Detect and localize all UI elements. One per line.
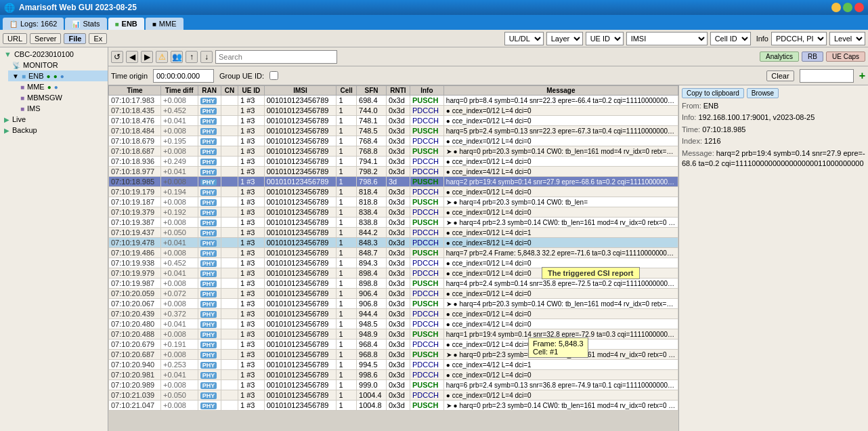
table-row[interactable]: 07:10:19.187 +0.008 PHY 1 #3 00101012345… bbox=[109, 197, 678, 207]
frame-tooltip-cell: Cell: #1 bbox=[533, 348, 584, 356]
table-row[interactable]: 07:10:19.179 +0.194 PHY 1 #3 00101012345… bbox=[109, 187, 678, 197]
cell-message: ● cce_index=0/12 L=4 dci=0 bbox=[443, 258, 678, 268]
rb-button[interactable]: RB bbox=[802, 52, 823, 62]
cell-ueid: 1 #3 bbox=[238, 106, 265, 116]
ueid-select[interactable]: UE ID bbox=[586, 32, 624, 45]
time-origin-input[interactable] bbox=[153, 69, 214, 83]
layer-select[interactable]: Layer bbox=[546, 32, 583, 45]
toolbar-icon-up[interactable]: ↑ bbox=[186, 51, 198, 63]
maximize-icon[interactable] bbox=[843, 3, 852, 12]
frame-tooltip-frame: Frame: 5,848.3 bbox=[533, 340, 584, 348]
server-button[interactable]: Server bbox=[30, 33, 61, 44]
cell-diff: +0.249 bbox=[161, 157, 198, 167]
cell-rnti: 0x3d bbox=[386, 136, 410, 146]
search-input[interactable] bbox=[215, 50, 337, 64]
table-row[interactable]: 07:10:19.478 +0.041 PHY 1 #3 00101012345… bbox=[109, 238, 678, 248]
table-row[interactable]: 07:10:21.039 +0.050 PHY 1 #3 00101012345… bbox=[109, 390, 678, 401]
table-row[interactable]: 07:10:20.480 +0.041 PHY 1 #3 00101012345… bbox=[109, 319, 678, 329]
sidebar-item-live[interactable]: ▶ Live bbox=[0, 114, 108, 125]
toolbar-icon-people[interactable]: 👥 bbox=[171, 51, 183, 63]
table-row[interactable]: 07:10:18.435 +0.452 PHY 1 #3 00101012345… bbox=[109, 106, 678, 116]
pdcch-select[interactable]: PDCCH, PI bbox=[771, 32, 827, 45]
cell-imsi: 001010123456789 bbox=[264, 268, 337, 279]
table-row[interactable]: 07:10:20.940 +0.253 PHY 1 #3 00101012345… bbox=[109, 360, 678, 370]
rp-time-value: 07:10:18.985 bbox=[702, 125, 745, 134]
cell-rnti: 0x3d bbox=[386, 360, 410, 370]
table-row[interactable]: 07:10:18.936 +0.249 PHY 1 #3 00101012345… bbox=[109, 157, 678, 167]
file-button[interactable]: File bbox=[64, 33, 86, 44]
cell-sfn: 948.5 bbox=[357, 319, 387, 329]
cell-info: PDCCH bbox=[410, 390, 443, 401]
cell-diff: +0.191 bbox=[161, 340, 198, 350]
table-row[interactable]: 07:10:19.938 +0.452 PHY 1 #3 00101012345… bbox=[109, 258, 678, 268]
clear-filter-input[interactable] bbox=[800, 69, 854, 83]
browse-button[interactable]: Browse bbox=[747, 88, 779, 98]
table-row[interactable]: 07:10:20.059 +0.072 PHY 1 #3 00101012345… bbox=[109, 289, 678, 299]
backup-icon: ▶ bbox=[4, 127, 9, 134]
table-row[interactable]: 07:10:17.983 +0.008 PHY 1 #3 00101012345… bbox=[109, 96, 678, 106]
toolbar-icon-warning[interactable]: ⚠ bbox=[156, 51, 168, 63]
table-row[interactable]: 07:10:19.379 +0.192 PHY 1 #3 00101012345… bbox=[109, 207, 678, 218]
table-row[interactable]: 07:10:19.486 +0.008 PHY 1 #3 00101012345… bbox=[109, 248, 678, 258]
toolbar-icon-back[interactable]: ◀ bbox=[126, 51, 138, 63]
sidebar-item-ims[interactable]: ■ IMS bbox=[16, 103, 108, 114]
table-row[interactable]: 07:10:18.484 +0.008 PHY 1 #3 00101012345… bbox=[109, 126, 678, 136]
table-row[interactable]: 07:10:19.987 +0.008 PHY 1 #3 00101012345… bbox=[109, 279, 678, 289]
toolbar-icon-refresh[interactable]: ↺ bbox=[111, 51, 123, 63]
table-row[interactable]: 07:10:20.981 +0.041 PHY 1 #3 00101012345… bbox=[109, 370, 678, 380]
sidebar-item-enb[interactable]: ▼ ■ ENB ● ● ● bbox=[8, 70, 108, 81]
uldl-select[interactable]: UL/DLULDL bbox=[504, 32, 544, 45]
tab-stats[interactable]: 📊 Stats bbox=[65, 18, 106, 30]
cell-diff: +0.041 bbox=[161, 319, 198, 329]
table-row[interactable]: 07:10:18.687 +0.008 PHY 1 #3 00101012345… bbox=[109, 146, 678, 157]
table-row[interactable]: 07:10:18.977 +0.041 PHY 1 #3 00101012345… bbox=[109, 167, 678, 177]
cell-info: PDCCH bbox=[410, 268, 443, 279]
table-row[interactable]: 07:10:19.437 +0.050 PHY 1 #3 00101012345… bbox=[109, 228, 678, 238]
cell-imsi: 001010123456789 bbox=[264, 207, 337, 218]
cell-diff: +0.008 bbox=[161, 248, 198, 258]
table-row[interactable]: 07:10:18.985 +0.008 PHY 1 #3 00101012345… bbox=[109, 177, 678, 187]
copy-clipboard-button[interactable]: Copy to clipboard bbox=[682, 88, 744, 98]
toolbar-icon-forward[interactable]: ▶ bbox=[141, 51, 153, 63]
table-row[interactable]: 07:10:19.387 +0.008 PHY 1 #3 00101012345… bbox=[109, 218, 678, 228]
cell-diff: +0.008 bbox=[161, 401, 198, 411]
cell-cell: 1 bbox=[337, 136, 357, 146]
level-select[interactable]: Level bbox=[829, 32, 865, 45]
table-row[interactable]: 07:10:20.687 +0.008 PHY 1 #3 00101012345… bbox=[109, 350, 678, 360]
minimize-icon[interactable] bbox=[831, 3, 841, 12]
sidebar-item-monitor[interactable]: 📡 MONITOR bbox=[8, 60, 108, 70]
sidebar-item-cbc[interactable]: ▼ CBC-2023010100 bbox=[0, 49, 108, 60]
clear-button[interactable]: Clear bbox=[766, 70, 794, 81]
cell-imsi: 001010123456789 bbox=[264, 401, 337, 411]
sidebar-item-backup[interactable]: ▶ Backup bbox=[0, 125, 108, 136]
table-row[interactable]: 07:10:19.979 +0.041 PHY 1 #3 00101012345… bbox=[109, 268, 678, 279]
table-row[interactable]: 07:10:20.439 +0.372 PHY 1 #3 00101012345… bbox=[109, 309, 678, 319]
log-table-container[interactable]: Time Time diff RAN CN UE ID IMSI Cell SF… bbox=[108, 85, 678, 431]
sidebar-item-mme[interactable]: ■ MME ● ● bbox=[16, 81, 108, 92]
table-row[interactable]: 07:10:20.989 +0.008 PHY 1 #3 00101012345… bbox=[109, 380, 678, 390]
sidebar-item-mbmsgw[interactable]: ■ MBMSGW bbox=[16, 92, 108, 103]
url-button[interactable]: URL bbox=[3, 33, 27, 44]
tab-enb[interactable]: ■ ENB bbox=[108, 18, 144, 30]
cell-time: 07:10:20.059 bbox=[109, 289, 161, 299]
cell-rnti: 0x3d bbox=[386, 289, 410, 299]
table-row[interactable]: 07:10:21.047 +0.008 PHY 1 #3 00101012345… bbox=[109, 401, 678, 411]
tab-mme[interactable]: ■ MME bbox=[146, 18, 183, 30]
close-icon[interactable] bbox=[854, 3, 864, 12]
cell-rnti: 0x3d bbox=[386, 380, 410, 390]
group-ue-checkbox[interactable] bbox=[269, 71, 278, 80]
toolbar-icon-down[interactable]: ↓ bbox=[200, 51, 213, 63]
table-row[interactable]: 07:10:20.488 +0.008 PHY 1 #3 00101012345… bbox=[109, 329, 678, 340]
tab-logs[interactable]: 📋 Logs: 1662 bbox=[3, 18, 64, 30]
uecaps-button[interactable]: UE Caps bbox=[826, 52, 865, 62]
cellid-select[interactable]: Cell ID bbox=[710, 32, 751, 45]
analytics-button[interactable]: Analytics bbox=[760, 52, 799, 62]
ex-button[interactable]: Ex bbox=[89, 33, 107, 44]
imsi-select[interactable]: IMSI bbox=[626, 32, 708, 45]
cell-ran: PHY bbox=[198, 360, 221, 370]
table-row[interactable]: 07:10:18.476 +0.041 PHY 1 #3 00101012345… bbox=[109, 116, 678, 126]
table-row[interactable]: 07:10:20.679 +0.191 PHY 1 #3 00101012345… bbox=[109, 340, 678, 350]
table-row[interactable]: 07:10:18.679 +0.195 PHY 1 #3 00101012345… bbox=[109, 136, 678, 146]
add-filter-icon[interactable]: + bbox=[859, 70, 865, 82]
table-row[interactable]: 07:10:20.067 +0.008 PHY 1 #3 00101012345… bbox=[109, 299, 678, 309]
